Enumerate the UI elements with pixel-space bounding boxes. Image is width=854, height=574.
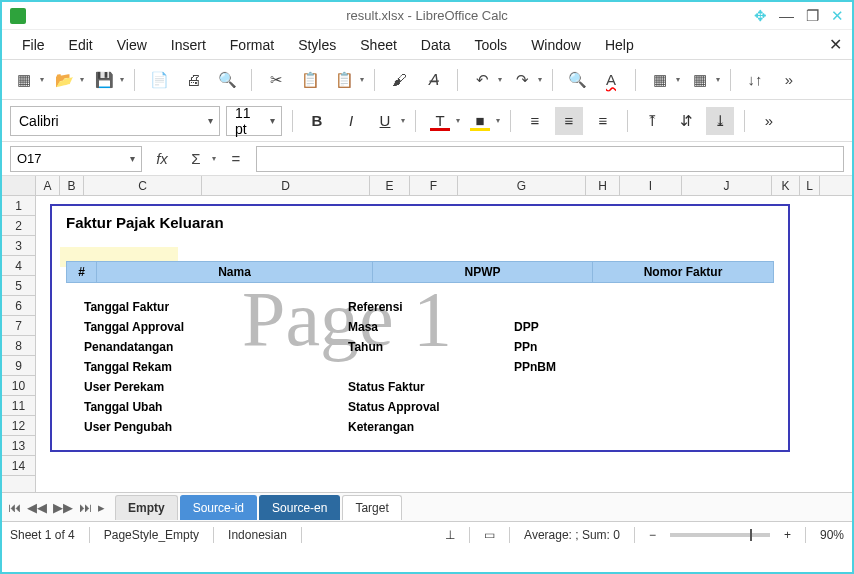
more-format-button[interactable]: » bbox=[755, 107, 783, 135]
menu-tools[interactable]: Tools bbox=[462, 31, 519, 59]
cells-area[interactable]: Page 1 Faktur Pajak Keluaran # Nama NPWP… bbox=[36, 196, 852, 492]
maximize-button[interactable]: ❐ bbox=[806, 7, 819, 25]
row-header[interactable]: 5 bbox=[2, 276, 35, 296]
row-header[interactable]: 10 bbox=[2, 376, 35, 396]
row-header[interactable]: 13 bbox=[2, 436, 35, 456]
undo-dropdown[interactable]: ▾ bbox=[498, 75, 502, 84]
export-pdf-button[interactable]: 📄 bbox=[145, 66, 173, 94]
cut-button[interactable]: ✂ bbox=[262, 66, 290, 94]
find-button[interactable]: 🔍 bbox=[563, 66, 591, 94]
menu-view[interactable]: View bbox=[105, 31, 159, 59]
column-header[interactable]: J bbox=[682, 176, 772, 195]
status-insert-mode[interactable]: ⊥ bbox=[445, 528, 455, 542]
sum-button[interactable]: Σ bbox=[182, 145, 210, 173]
redo-dropdown[interactable]: ▾ bbox=[538, 75, 542, 84]
italic-button[interactable]: I bbox=[337, 107, 365, 135]
status-selection-mode[interactable]: ▭ bbox=[484, 528, 495, 542]
row-header[interactable]: 9 bbox=[2, 356, 35, 376]
menu-sheet[interactable]: Sheet bbox=[348, 31, 409, 59]
row-header[interactable]: 1 bbox=[2, 196, 35, 216]
sheet-tab-empty[interactable]: Empty bbox=[115, 495, 178, 520]
row-dropdown[interactable]: ▾ bbox=[676, 75, 680, 84]
column-header[interactable]: I bbox=[620, 176, 682, 195]
more-button[interactable]: » bbox=[775, 66, 803, 94]
sum-dropdown[interactable]: ▾ bbox=[212, 154, 216, 163]
col-button[interactable]: ▦ bbox=[686, 66, 714, 94]
tab-last-button[interactable]: ⏭ bbox=[79, 500, 92, 515]
menu-styles[interactable]: Styles bbox=[286, 31, 348, 59]
undo-button[interactable]: ↶ bbox=[468, 66, 496, 94]
status-calc[interactable]: Average: ; Sum: 0 bbox=[524, 528, 620, 542]
spreadsheet-grid[interactable]: ABCDEFGHIJKL 1234567891011121314 Page 1 … bbox=[2, 176, 852, 492]
status-style[interactable]: PageStyle_Empty bbox=[104, 528, 199, 542]
column-header[interactable]: F bbox=[410, 176, 458, 195]
menu-format[interactable]: Format bbox=[218, 31, 286, 59]
zoom-in-button[interactable]: + bbox=[784, 528, 791, 542]
col-dropdown[interactable]: ▾ bbox=[716, 75, 720, 84]
menu-window[interactable]: Window bbox=[519, 31, 593, 59]
column-header[interactable]: B bbox=[60, 176, 84, 195]
open-dropdown[interactable]: ▾ bbox=[80, 75, 84, 84]
column-header[interactable]: E bbox=[370, 176, 410, 195]
zoom-slider[interactable] bbox=[670, 533, 770, 537]
sort-button[interactable]: ↓↑ bbox=[741, 66, 769, 94]
new-button[interactable]: ▦ bbox=[10, 66, 38, 94]
print-preview-button[interactable]: 🔍 bbox=[213, 66, 241, 94]
row-header[interactable]: 12 bbox=[2, 416, 35, 436]
clear-format-button[interactable]: A̶ bbox=[419, 66, 447, 94]
spellcheck-button[interactable]: A bbox=[597, 66, 625, 94]
menu-file[interactable]: File bbox=[10, 31, 57, 59]
formula-input[interactable] bbox=[256, 146, 844, 172]
tab-prev-button[interactable]: ◀◀ bbox=[27, 500, 47, 515]
column-header[interactable]: C bbox=[84, 176, 202, 195]
column-header[interactable]: K bbox=[772, 176, 800, 195]
menu-edit[interactable]: Edit bbox=[57, 31, 105, 59]
highlight-dropdown[interactable]: ▾ bbox=[496, 116, 500, 125]
font-color-dropdown[interactable]: ▾ bbox=[456, 116, 460, 125]
function-wizard-button[interactable]: fx bbox=[148, 145, 176, 173]
column-header[interactable]: G bbox=[458, 176, 586, 195]
align-left-button[interactable]: ≡ bbox=[521, 107, 549, 135]
row-header[interactable]: 14 bbox=[2, 456, 35, 476]
clone-format-button[interactable]: 🖌 bbox=[385, 66, 413, 94]
sheet-tab-target[interactable]: Target bbox=[342, 495, 401, 520]
zoom-value[interactable]: 90% bbox=[820, 528, 844, 542]
column-header[interactable]: L bbox=[800, 176, 820, 195]
save-button[interactable]: 💾 bbox=[90, 66, 118, 94]
row-header[interactable]: 3 bbox=[2, 236, 35, 256]
row-header[interactable]: 7 bbox=[2, 316, 35, 336]
align-middle-button[interactable]: ⇵ bbox=[672, 107, 700, 135]
minimize-button[interactable]: — bbox=[779, 7, 794, 25]
align-right-button[interactable]: ≡ bbox=[589, 107, 617, 135]
row-header[interactable]: 8 bbox=[2, 336, 35, 356]
add-sheet-button[interactable]: ▸ bbox=[98, 500, 105, 515]
redo-button[interactable]: ↷ bbox=[508, 66, 536, 94]
sheet-tab-source-en[interactable]: Source-en bbox=[259, 495, 340, 520]
highlight-button[interactable]: ■ bbox=[466, 107, 494, 135]
row-header[interactable]: 6 bbox=[2, 296, 35, 316]
close-window-button[interactable]: ✕ bbox=[831, 7, 844, 25]
save-dropdown[interactable]: ▾ bbox=[120, 75, 124, 84]
move-icon[interactable]: ✥ bbox=[754, 7, 767, 25]
paste-dropdown[interactable]: ▾ bbox=[360, 75, 364, 84]
tab-next-button[interactable]: ▶▶ bbox=[53, 500, 73, 515]
menu-insert[interactable]: Insert bbox=[159, 31, 218, 59]
bold-button[interactable]: B bbox=[303, 107, 331, 135]
row-header[interactable]: 11 bbox=[2, 396, 35, 416]
open-button[interactable]: 📂 bbox=[50, 66, 78, 94]
font-size-select[interactable]: 11 pt ▾ bbox=[226, 106, 282, 136]
align-bottom-button[interactable]: ⤓ bbox=[706, 107, 734, 135]
underline-button[interactable]: U bbox=[371, 107, 399, 135]
row-header[interactable]: 4 bbox=[2, 256, 35, 276]
column-header[interactable]: H bbox=[586, 176, 620, 195]
tab-first-button[interactable]: ⏮ bbox=[8, 500, 21, 515]
paste-button[interactable]: 📋 bbox=[330, 66, 358, 94]
close-doc-button[interactable]: ✕ bbox=[829, 35, 842, 54]
font-name-select[interactable]: Calibri ▾ bbox=[10, 106, 220, 136]
status-language[interactable]: Indonesian bbox=[228, 528, 287, 542]
align-top-button[interactable]: ⤒ bbox=[638, 107, 666, 135]
zoom-out-button[interactable]: − bbox=[649, 528, 656, 542]
sheet-tab-source-id[interactable]: Source-id bbox=[180, 495, 257, 520]
new-dropdown[interactable]: ▾ bbox=[40, 75, 44, 84]
menu-data[interactable]: Data bbox=[409, 31, 463, 59]
